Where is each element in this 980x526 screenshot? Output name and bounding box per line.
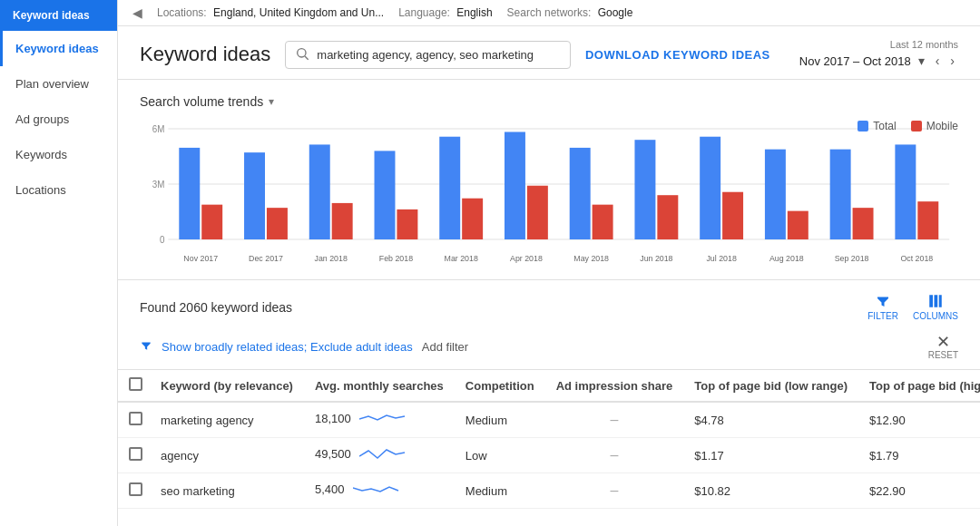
dash-icon: –: [610, 412, 618, 427]
dash-icon: –: [610, 482, 618, 498]
sidebar-logo[interactable]: Keyword ideas: [0, 0, 117, 31]
keyword-cell: agency: [150, 438, 304, 473]
date-range-controls: Nov 2017 – Oct 2018 ▾ ‹ ›: [799, 52, 958, 70]
row-checkbox-cell[interactable]: [118, 402, 150, 438]
ad-impression-cell: –: [545, 473, 684, 509]
competition-cell: Medium: [455, 473, 545, 509]
row-checkbox-cell[interactable]: [118, 473, 150, 509]
filter-links-text[interactable]: Show broadly related ideas; Exclude adul…: [162, 340, 413, 354]
search-input[interactable]: [317, 48, 561, 62]
svg-text:3M: 3M: [152, 180, 165, 190]
svg-rect-11: [244, 152, 265, 239]
svg-text:Jan 2018: Jan 2018: [315, 254, 348, 263]
top-page-low-cell: $1.17: [683, 438, 858, 473]
ad-impression-cell: –: [545, 402, 684, 438]
competition-cell: Low: [455, 438, 545, 473]
keyword-search-box[interactable]: [285, 41, 571, 69]
col-top-page-high: Top of page bid (high range): [858, 370, 980, 402]
sparkline-svg: [359, 447, 409, 463]
reset-button[interactable]: ✕ RESET: [928, 334, 958, 360]
svg-text:Jun 2018: Jun 2018: [640, 254, 672, 263]
filter-icon: [140, 339, 152, 355]
sidebar-item-ad-groups[interactable]: Ad groups: [0, 102, 117, 137]
svg-rect-21: [462, 199, 483, 239]
sidebar-item-keywords[interactable]: Keywords: [0, 137, 117, 172]
svg-rect-41: [895, 144, 916, 239]
svg-rect-42: [917, 201, 938, 239]
row-checkbox[interactable]: [129, 412, 142, 425]
svg-rect-35: [765, 150, 786, 239]
sidebar: Keyword ideas Keyword ideas Plan overvie…: [0, 0, 118, 526]
row-checkbox[interactable]: [129, 482, 142, 496]
date-dropdown-button[interactable]: ▾: [915, 52, 928, 70]
svg-rect-38: [830, 150, 851, 239]
svg-rect-39: [853, 208, 874, 239]
svg-rect-46: [939, 295, 942, 307]
sparkline-svg: [359, 412, 409, 428]
chart-dropdown-icon[interactable]: ▾: [269, 95, 274, 108]
topbar-networks-label: Search networks:: [507, 6, 592, 19]
row-checkbox[interactable]: [129, 447, 142, 461]
columns-action-button[interactable]: COLUMNS: [913, 293, 958, 321]
found-bar: Found 2060 keyword ideas FILTER COLUMNS: [118, 280, 980, 328]
ad-impression-cell: –: [545, 438, 684, 473]
filter-action-button[interactable]: FILTER: [867, 293, 898, 321]
sidebar-item-keyword-ideas[interactable]: Keyword ideas: [0, 31, 117, 66]
svg-rect-8: [179, 148, 200, 239]
top-page-low-cell: $4.78: [683, 402, 858, 438]
row-checkbox-cell[interactable]: [118, 438, 150, 473]
topbar-language-label: Language:: [398, 6, 450, 19]
svg-rect-27: [593, 205, 613, 239]
chart-svg: 6M3M0Nov 2017Dec 2017Jan 2018Feb 2018Mar…: [140, 120, 958, 265]
col-keyword: Keyword (by relevance): [150, 370, 304, 402]
topbar-language-value: English: [456, 6, 492, 19]
col-ad-impression: Ad impression share: [545, 370, 684, 402]
topbar-back-arrow[interactable]: ◀: [132, 5, 142, 20]
sparkline-svg: [353, 482, 403, 499]
action-icons: FILTER COLUMNS: [867, 293, 958, 321]
top-page-high-cell: $12.90: [858, 402, 980, 438]
select-all-checkbox-cell[interactable]: [118, 370, 150, 402]
main-content: ◀ Locations: England, United Kingdom and…: [118, 0, 980, 526]
svg-rect-18: [397, 209, 417, 239]
top-page-low-cell: $10.82: [683, 473, 858, 509]
svg-point-0: [298, 48, 306, 56]
found-count-text: Found 2060 keyword ideas: [140, 300, 292, 315]
svg-text:6M: 6M: [152, 124, 165, 134]
page-title: Keyword ideas: [140, 43, 270, 66]
download-keyword-ideas-button[interactable]: DOWNLOAD KEYWORD IDEAS: [585, 48, 770, 62]
keyword-cell: seo marketing: [150, 473, 304, 509]
top-page-high-cell: $22.90: [858, 473, 980, 509]
svg-rect-36: [788, 211, 808, 239]
topbar-networks-value: Google: [598, 6, 633, 19]
avg-monthly-cell: 18,100: [304, 402, 455, 438]
sidebar-item-locations[interactable]: Locations: [0, 172, 117, 208]
svg-rect-33: [722, 192, 743, 239]
table-body: marketing agency18,100 Medium–$4.78$12.9…: [118, 402, 980, 509]
date-next-button[interactable]: ›: [946, 52, 958, 70]
svg-rect-32: [700, 137, 720, 239]
date-range-area: Last 12 months Nov 2017 – Oct 2018 ▾ ‹ ›: [799, 39, 958, 70]
chart-legend: Total Mobile: [858, 120, 958, 132]
topbar-networks: Search networks: Google: [507, 6, 633, 19]
content-area: Keyword ideas DOWNLOAD KEYWORD IDEAS Las…: [118, 26, 980, 526]
svg-text:Nov 2017: Nov 2017: [183, 254, 218, 263]
date-prev-button[interactable]: ‹: [932, 52, 944, 70]
select-all-checkbox[interactable]: [129, 377, 142, 391]
svg-rect-29: [634, 140, 655, 239]
avg-monthly-cell: 5,400: [304, 473, 455, 509]
col-top-page-low: Top of page bid (low range): [683, 370, 858, 402]
svg-rect-24: [527, 186, 548, 239]
legend-total: Total: [858, 120, 896, 132]
col-competition: Competition: [455, 370, 545, 402]
svg-text:0: 0: [160, 235, 165, 245]
table-row: marketing agency18,100 Medium–$4.78$12.9…: [118, 402, 980, 438]
add-filter-button[interactable]: Add filter: [422, 340, 468, 354]
table-section: Found 2060 keyword ideas FILTER COLUMNS: [118, 280, 980, 526]
svg-rect-20: [439, 137, 460, 239]
chart-section: Search volume trends ▾ Total Mobile 6M: [118, 80, 980, 280]
sidebar-item-plan-overview[interactable]: Plan overview: [0, 66, 117, 102]
svg-rect-17: [375, 151, 396, 239]
topbar-language: Language: English: [398, 6, 492, 19]
legend-mobile-dot: [911, 121, 922, 132]
